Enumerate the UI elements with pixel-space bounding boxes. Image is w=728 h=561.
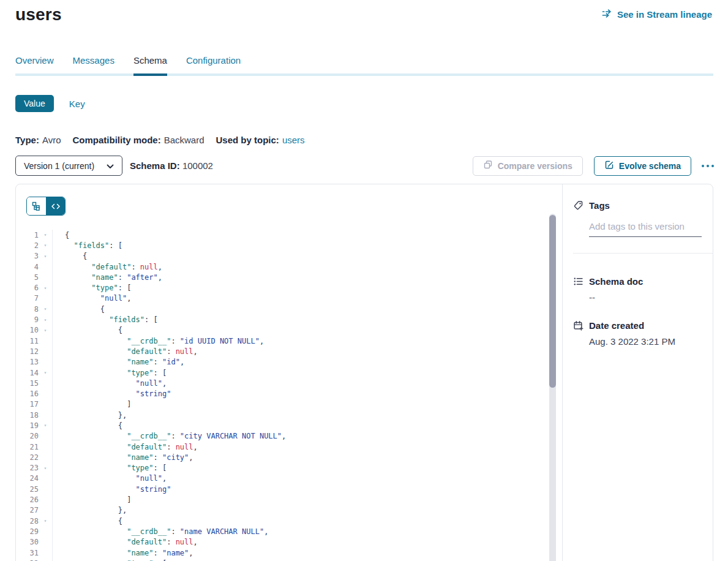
compare-versions-button[interactable]: Compare versions (473, 156, 583, 176)
tab-overview[interactable]: Overview (15, 55, 54, 76)
code-text: "default": null, (52, 347, 198, 356)
line-number: 9 (16, 315, 39, 324)
code-line: 26 ] (16, 494, 562, 505)
code-text: { (52, 231, 69, 239)
schema-doc-value: -- (589, 292, 702, 303)
calendar-add-icon (573, 320, 584, 331)
code-text: { (52, 421, 122, 430)
line-number: 29 (16, 527, 39, 536)
schema-id-value: 100002 (182, 160, 213, 171)
version-select[interactable]: Version 1 (current) (15, 156, 122, 176)
tab-configuration[interactable]: Configuration (186, 55, 241, 76)
fold-toggle-icon[interactable]: ▾ (39, 328, 52, 333)
scrollbar-thumb[interactable] (549, 215, 556, 388)
schema-code-pane: 1▾{2▾ "fields": [3▾ {4 "default": null,5… (16, 184, 563, 561)
fold-toggle-icon[interactable]: ▾ (39, 370, 52, 375)
code-text: "null", (52, 474, 167, 483)
code-text: "__crdb__": "city VARCHAR NOT NULL", (52, 432, 286, 440)
schema-id-label: Schema ID: (130, 160, 180, 171)
compatibility-label: Compatibility mode: (72, 135, 160, 145)
code-text: { (52, 517, 122, 525)
fold-toggle-icon[interactable]: ▾ (39, 232, 52, 238)
code-line: 7 "null", (16, 293, 562, 304)
fold-toggle-icon[interactable]: ▾ (39, 306, 52, 312)
type-value: Avro (42, 135, 61, 145)
value-toggle-button[interactable]: Value (15, 95, 54, 112)
line-number: 14 (16, 369, 39, 377)
code-view-button[interactable] (46, 197, 65, 215)
version-select-value: Version 1 (current) (24, 161, 94, 171)
code-line: 11 "__crdb__": "id UUID NOT NULL", (16, 336, 562, 346)
code-line: 21 "default": null, (16, 442, 562, 452)
line-number: 10 (16, 326, 39, 334)
line-number: 24 (16, 474, 39, 483)
line-number: 4 (16, 263, 39, 271)
evolve-schema-button[interactable]: Evolve schema (594, 156, 691, 176)
line-number: 18 (16, 411, 39, 420)
line-number: 12 (16, 347, 39, 356)
sidebar-divider (573, 253, 713, 254)
line-number: 20 (16, 432, 39, 440)
line-number: 16 (16, 390, 39, 398)
topic-link[interactable]: users (282, 135, 305, 145)
view-mode-toggle (26, 197, 66, 216)
code-line: 17 ] (16, 399, 562, 410)
fold-toggle-icon[interactable]: ▾ (39, 465, 52, 471)
fold-toggle-icon[interactable]: ▾ (39, 285, 52, 291)
fold-toggle-icon[interactable]: ▾ (39, 423, 52, 428)
code-line: 12 "default": null, (16, 346, 562, 356)
add-tags-input[interactable] (589, 219, 702, 237)
tree-view-button[interactable] (27, 197, 46, 215)
line-number: 23 (16, 464, 39, 472)
see-in-stream-lineage-link[interactable]: See in Stream lineage (602, 9, 712, 20)
code-line: 32▾ "type": [ (16, 558, 562, 561)
compare-icon (483, 160, 493, 171)
code-text: "name": "city", (52, 453, 193, 462)
code-line: 15 "null", (16, 378, 562, 388)
code-line: 8▾ { (16, 304, 562, 314)
code-line: 3▾ { (16, 251, 562, 262)
compatibility-value: Backward (164, 135, 205, 145)
evolve-schema-label: Evolve schema (619, 161, 681, 171)
line-number: 2 (16, 241, 39, 250)
fold-toggle-icon[interactable]: ▾ (39, 254, 52, 259)
code-line: 14▾ "type": [ (16, 367, 562, 378)
code-line: 29 "__crdb__": "name VARCHAR NULL", (16, 526, 562, 537)
line-number: 3 (16, 252, 39, 260)
line-number: 1 (16, 231, 39, 239)
code-text: "__crdb__": "name VARCHAR NULL", (52, 527, 268, 536)
code-lines: 1▾{2▾ "fields": [3▾ {4 "default": null,5… (16, 230, 562, 561)
line-number: 7 (16, 294, 39, 303)
code-line: 27 }, (16, 505, 562, 516)
code-scrollbar[interactable] (549, 214, 556, 561)
tag-icon (573, 200, 584, 211)
fold-toggle-icon[interactable]: ▾ (39, 243, 52, 248)
code-line: 4 "default": null, (16, 262, 562, 272)
code-text: "fields": [ (52, 241, 122, 250)
line-number: 15 (16, 379, 39, 388)
code-text: "string" (52, 390, 171, 398)
line-number: 11 (16, 337, 39, 345)
code-text: "null", (52, 294, 131, 303)
code-text: { (52, 305, 105, 314)
schema-sidebar: Tags Schema doc -- (563, 184, 713, 561)
code-text: "default": null, (52, 263, 162, 271)
code-line: 28▾ { (16, 516, 562, 526)
code-text: "default": null, (52, 538, 198, 546)
tab-messages[interactable]: Messages (73, 55, 114, 76)
fold-toggle-icon[interactable]: ▾ (39, 518, 52, 524)
code-line: 31 "name": "name", (16, 548, 562, 558)
line-number: 17 (16, 400, 39, 409)
line-number: 28 (16, 517, 39, 525)
code-line: 24 "null", (16, 473, 562, 484)
key-toggle-button[interactable]: Key (69, 99, 85, 109)
fold-toggle-icon[interactable]: ▾ (39, 317, 52, 323)
code-text: "name": "name", (52, 549, 193, 557)
code-line: 25 "string" (16, 484, 562, 494)
code-text: }, (52, 411, 127, 420)
tab-schema[interactable]: Schema (133, 55, 167, 76)
code-line: 6▾ "type": [ (16, 282, 562, 293)
more-options-button[interactable] (700, 161, 715, 171)
code-text: "type": [ (52, 369, 167, 377)
code-line: 22 "name": "city", (16, 452, 562, 462)
